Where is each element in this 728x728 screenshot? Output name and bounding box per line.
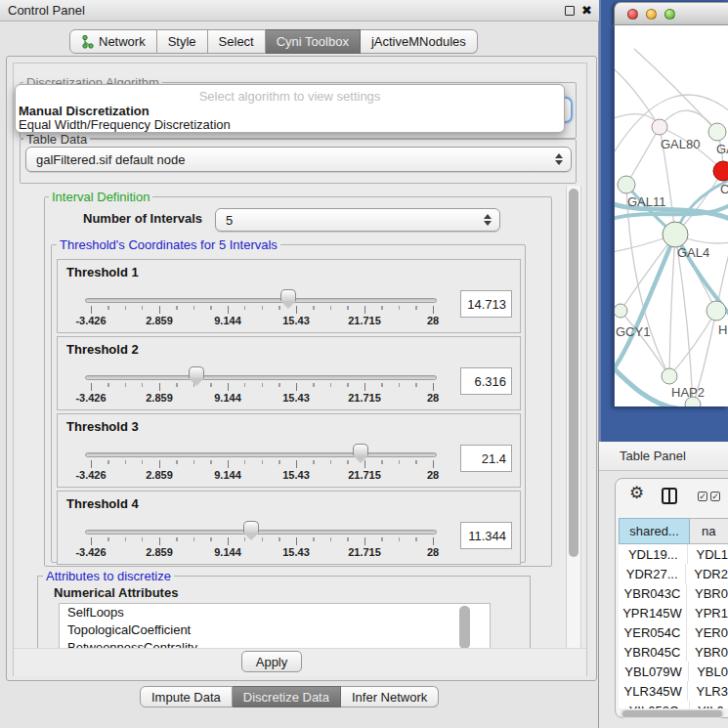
- table-hscrollbar-thumb[interactable]: [622, 710, 722, 717]
- attributes-group-title: Attributes to discretize: [43, 569, 174, 583]
- tick-label: 15.43: [271, 392, 321, 404]
- cell-name[interactable]: YLR3: [687, 681, 728, 701]
- table-row[interactable]: YDL19...YDL1: [619, 544, 728, 564]
- attribute-list-item[interactable]: SelfLoops: [60, 604, 490, 621]
- float-window-icon[interactable]: [565, 6, 575, 16]
- threshold-slider-track[interactable]: [85, 452, 437, 457]
- node-gal4[interactable]: [663, 222, 688, 247]
- threshold-slider-handle[interactable]: [189, 366, 204, 378]
- close-icon[interactable]: ✖: [581, 3, 592, 18]
- cell-name[interactable]: YIL0: [689, 701, 724, 708]
- table-row[interactable]: YBR045CYBR0: [619, 642, 728, 662]
- cell-shared-name[interactable]: YBL079W: [619, 664, 688, 679]
- column-header-name[interactable]: na: [690, 518, 728, 544]
- network-nodes[interactable]: [615, 119, 728, 407]
- cell-shared-name[interactable]: YPR145W: [619, 606, 686, 621]
- num-intervals-combo[interactable]: 5: [215, 208, 500, 232]
- numerical-attributes-list[interactable]: SelfLoopsTopologicalCoefficientBetweenne…: [59, 603, 491, 651]
- tab-network[interactable]: Network: [69, 29, 157, 54]
- threshold-slider-track[interactable]: [85, 298, 437, 303]
- cell-name[interactable]: YDL1: [687, 544, 728, 564]
- table-row[interactable]: YIL052CYIL0: [619, 701, 728, 708]
- node-ga[interactable]: [708, 123, 726, 141]
- tab-infer-network[interactable]: Infer Network: [341, 686, 439, 707]
- threshold-panel-1: Threshold 1 -3.4262.8599.14415.4321.7152…: [57, 259, 521, 333]
- threshold-value-field[interactable]: 14.713: [460, 290, 512, 318]
- split-columns-icon[interactable]: [662, 488, 677, 504]
- window-minimize-icon[interactable]: [646, 9, 657, 20]
- threshold-label: Threshold 3: [66, 419, 139, 434]
- node-hap2[interactable]: [662, 368, 677, 384]
- table-row[interactable]: YDR27...YDR2: [619, 564, 728, 583]
- cell-name[interactable]: YBR0: [686, 642, 728, 662]
- tick-label: 28: [407, 392, 458, 404]
- threshold-value-field[interactable]: 6.316: [460, 367, 512, 395]
- cell-name[interactable]: YPR1: [686, 603, 728, 622]
- tab-cyni-toolbox[interactable]: Cyni Toolbox: [266, 29, 361, 54]
- checkbox-icon[interactable]: ✓: [698, 492, 707, 501]
- tick-label: 9.144: [202, 469, 253, 481]
- tick-label: -3.426: [65, 469, 116, 481]
- cell-shared-name[interactable]: YDR27...: [619, 567, 685, 581]
- table-row[interactable]: YPR145WYPR1: [619, 603, 728, 622]
- cell-shared-name[interactable]: YIL052C: [619, 704, 689, 709]
- tick-label: 2.859: [134, 546, 185, 558]
- node-gcy1[interactable]: [615, 304, 627, 318]
- cell-shared-name[interactable]: YBR043C: [619, 586, 686, 601]
- threshold-value-field[interactable]: 21.4: [460, 445, 512, 472]
- node-red-selected[interactable]: [713, 161, 728, 181]
- list-scrollbar-thumb[interactable]: [459, 606, 470, 649]
- tab-impute-data[interactable]: Impute Data: [140, 686, 233, 707]
- cyni-bottom-tabs: Impute Data Discretize Data Infer Networ…: [140, 686, 439, 707]
- tick-label: 28: [407, 315, 458, 326]
- tab-discretize-data[interactable]: Discretize Data: [233, 686, 341, 707]
- numerical-attributes-label: Numerical Attributes: [54, 585, 178, 600]
- table-row[interactable]: YLR345WYLR3: [619, 681, 728, 701]
- window-close-icon[interactable]: [627, 9, 638, 20]
- cell-shared-name[interactable]: YBR045C: [619, 645, 686, 660]
- node-h[interactable]: [707, 301, 726, 321]
- threshold-slider-handle[interactable]: [353, 444, 368, 455]
- cell-name[interactable]: YDR2: [685, 564, 728, 583]
- cell-shared-name[interactable]: YER054C: [619, 625, 686, 640]
- network-canvas[interactable]: GAL80 GA C GAL11 GAL4 GCY1 H HAP2: [614, 25, 728, 407]
- node-gal80[interactable]: [652, 119, 667, 135]
- slider-tick-labels: -3.4262.8599.14415.4321.71528: [58, 392, 520, 406]
- tab-style[interactable]: Style: [157, 29, 208, 54]
- gear-icon[interactable]: ⚙: [629, 485, 644, 501]
- threshold-slider-track[interactable]: [85, 375, 437, 380]
- threshold-slider-handle[interactable]: [243, 521, 259, 533]
- cell-name[interactable]: YBR0: [686, 583, 728, 603]
- cell-name[interactable]: YER0: [686, 622, 728, 642]
- node-table[interactable]: YDL19...YDL1YDR27...YDR2YBR043CYBR0YPR14…: [619, 544, 728, 708]
- slider-tick-labels: -3.4262.8599.14415.4321.71528: [58, 469, 520, 483]
- network-window-titlebar[interactable]: [614, 2, 728, 25]
- table-row[interactable]: YBR043CYBR0: [619, 583, 728, 603]
- panel-scrollbar-thumb[interactable]: [569, 189, 578, 557]
- threshold-slider-handle[interactable]: [280, 289, 296, 301]
- table-row[interactable]: YER054CYER0: [619, 622, 728, 642]
- label-ga: GA: [716, 142, 728, 156]
- cell-shared-name[interactable]: YDL19...: [619, 547, 687, 562]
- node-gal11[interactable]: [618, 176, 635, 193]
- cell-shared-name[interactable]: YLR345W: [619, 684, 687, 699]
- checkbox-icon[interactable]: ✓: [710, 492, 720, 501]
- table-row[interactable]: YBL079WYBL0: [619, 662, 728, 681]
- apply-button[interactable]: Apply: [241, 651, 302, 672]
- threshold-value-field[interactable]: 11.344: [460, 522, 512, 549]
- popup-item-equal-width-frequency[interactable]: Equal Width/Frequency Discretization: [19, 117, 231, 132]
- threshold-slider-track[interactable]: [85, 530, 437, 535]
- popup-item-manual-discretization[interactable]: Manual Discretization: [19, 104, 150, 118]
- table-data-combo[interactable]: galFiltered.sif default node: [25, 147, 572, 172]
- control-panel-titlebar: Control Panel ✖: [0, 0, 599, 21]
- window-zoom-icon[interactable]: [664, 9, 675, 20]
- slider-major-ticks: [91, 537, 435, 545]
- tick-label: 2.859: [134, 315, 185, 326]
- tab-jactivemnodules[interactable]: jActiveMNodules: [361, 29, 478, 54]
- panel-title: Control Panel: [8, 3, 85, 18]
- column-header-shared-name[interactable]: shared...: [619, 518, 690, 544]
- attribute-list-item[interactable]: TopologicalCoefficient: [60, 621, 490, 639]
- cell-name[interactable]: YBL0: [688, 662, 728, 681]
- tab-select[interactable]: Select: [208, 29, 266, 54]
- label-gcy1: GCY1: [616, 324, 650, 339]
